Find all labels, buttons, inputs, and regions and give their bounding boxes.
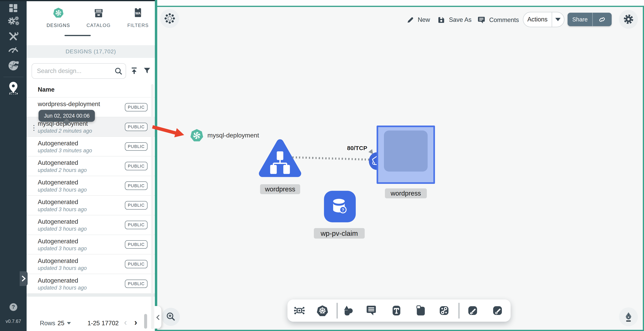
design-updated: updated 3 hours ago bbox=[38, 246, 87, 252]
design-name: Autogenerated bbox=[38, 140, 78, 147]
configuration-tools-icon[interactable] bbox=[0, 31, 26, 42]
search-icon[interactable] bbox=[114, 66, 123, 77]
layout-burst-button[interactable] bbox=[160, 9, 179, 28]
rows-per-page-caret-icon[interactable] bbox=[67, 322, 71, 325]
share-split-button[interactable]: Share bbox=[568, 13, 612, 26]
rows-per-page-select[interactable]: 25 bbox=[58, 320, 64, 327]
share-link-icon[interactable] bbox=[593, 15, 612, 23]
expand-drawer-button[interactable] bbox=[20, 271, 28, 286]
design-row[interactable]: Autogenerated updated 3 hours ago PUBLIC bbox=[26, 255, 155, 274]
kanvas-pin-icon[interactable] bbox=[0, 80, 26, 94]
freehand-pen-tool-icon[interactable] bbox=[491, 305, 504, 317]
row-menu-kebab-icon[interactable]: ⋮ bbox=[30, 124, 37, 131]
design-row[interactable]: Autogenerated updated 3 hours ago PUBLIC bbox=[26, 176, 155, 196]
visibility-badge: PUBLIC bbox=[125, 280, 147, 288]
list-scrollbar-track[interactable] bbox=[151, 84, 154, 329]
settings-gear-button[interactable] bbox=[619, 10, 638, 29]
filter-funnel-icon[interactable] bbox=[143, 66, 151, 76]
extensions-icon[interactable] bbox=[0, 60, 26, 71]
meshery-spiral-icon bbox=[40, 6, 77, 19]
note-tool-icon[interactable] bbox=[414, 305, 427, 317]
link-tool-icon[interactable] bbox=[438, 305, 450, 317]
visibility-badge: PUBLIC bbox=[125, 123, 147, 131]
help-button[interactable]: ? bbox=[10, 303, 17, 311]
canvas-border-bottom bbox=[157, 330, 643, 331]
comments-button[interactable]: Comments bbox=[477, 16, 519, 25]
new-button[interactable]: New bbox=[406, 16, 430, 24]
visibility-badge: PUBLIC bbox=[125, 240, 147, 249]
dashboard-icon[interactable] bbox=[0, 3, 26, 13]
drawer-title: DESIGNS (17,702) bbox=[26, 45, 155, 58]
design-row[interactable]: Autogenerated updated 3 minutes ago PUBL… bbox=[26, 137, 155, 156]
component-tool-icon[interactable] bbox=[293, 305, 306, 317]
kanvas-app: ? v0.7.67 DESIGNS CATALOG bbox=[0, 0, 644, 331]
comment-tool-icon[interactable] bbox=[365, 305, 378, 317]
tab-designs[interactable]: DESIGNS bbox=[40, 6, 77, 28]
app-version: v0.7.67 bbox=[0, 319, 26, 324]
performance-speedometer-icon[interactable] bbox=[0, 44, 26, 53]
design-updated: updated 3 hours ago bbox=[38, 285, 87, 291]
column-header-name: Name bbox=[38, 86, 54, 93]
deployment-label-chip: wordpress bbox=[385, 188, 427, 198]
canvas-border-left bbox=[155, 0, 157, 331]
wordpress-service-node[interactable] bbox=[259, 138, 301, 181]
visibility-badge: PUBLIC bbox=[125, 142, 147, 151]
design-name: Autogenerated bbox=[38, 159, 78, 166]
design-list: wordpress-deployment PUBLIC mysql-deploy… bbox=[26, 97, 155, 294]
search-input[interactable] bbox=[36, 64, 110, 78]
visibility-badge: PUBLIC bbox=[125, 103, 147, 111]
actions-caret-icon[interactable] bbox=[552, 18, 564, 21]
design-updated: updated 3 hours ago bbox=[38, 226, 87, 232]
design-updated: updated 3 minutes ago bbox=[38, 148, 92, 154]
catalog-archive-icon bbox=[80, 6, 117, 19]
tab-filters[interactable]: WA FILTERS bbox=[120, 6, 156, 28]
mysql-deployment-node[interactable]: mysql-deployment bbox=[190, 128, 259, 143]
visibility-badge: PUBLIC bbox=[125, 260, 147, 268]
toolbar-divider bbox=[459, 303, 459, 319]
drawer-scrollbar-thumb[interactable] bbox=[144, 314, 147, 329]
kubernetes-tool-icon[interactable] bbox=[316, 305, 328, 317]
actions-label[interactable]: Actions bbox=[523, 16, 552, 23]
pagination-range: 1-25 17702 bbox=[88, 320, 119, 327]
design-row[interactable]: Autogenerated updated 3 hours ago PUBLIC bbox=[26, 215, 155, 235]
canvas-border-right bbox=[643, 6, 644, 331]
wp-pv-claim-node[interactable]: ? bbox=[324, 191, 356, 222]
publish-upload-icon[interactable] bbox=[130, 66, 138, 76]
pen-nib-button[interactable] bbox=[619, 308, 638, 326]
save-as-button[interactable]: Save As bbox=[437, 16, 472, 24]
prev-page-button[interactable]: ‹ bbox=[124, 318, 127, 327]
design-name: wordpress-deployment bbox=[38, 101, 100, 108]
canvas-top-margin bbox=[155, 0, 644, 6]
meshery-spiral-icon bbox=[190, 128, 204, 143]
nav-sidebar: ? v0.7.67 bbox=[0, 0, 26, 331]
lifecycle-gears-icon[interactable] bbox=[0, 16, 26, 27]
next-page-button[interactable]: › bbox=[134, 318, 137, 327]
actions-split-button[interactable]: Actions bbox=[523, 12, 564, 27]
edge-pen-tool-icon[interactable] bbox=[466, 305, 479, 317]
tab-catalog[interactable]: CATALOG bbox=[80, 6, 117, 28]
design-name: Autogenerated bbox=[38, 277, 78, 284]
design-row[interactable]: Autogenerated updated 3 hours ago PUBLIC bbox=[26, 274, 155, 294]
wordpress-deployment-node[interactable] bbox=[376, 126, 435, 184]
design-search bbox=[32, 63, 126, 79]
svg-text:?: ? bbox=[342, 207, 344, 212]
design-row[interactable]: Autogenerated updated 3 hours ago PUBLIC bbox=[26, 235, 155, 255]
rows-label: Rows bbox=[40, 320, 56, 327]
design-row[interactable]: Autogenerated updated 2 hours ago PUBLIC bbox=[26, 156, 155, 176]
text-tool-icon[interactable] bbox=[390, 305, 402, 317]
toolbar-divider bbox=[337, 303, 337, 319]
share-label[interactable]: Share bbox=[568, 16, 592, 23]
annotation-label: mysql-deployment bbox=[208, 132, 259, 139]
design-row[interactable]: Autogenerated updated 3 hours ago PUBLIC bbox=[26, 196, 155, 215]
design-updated: updated 2 minutes ago bbox=[38, 128, 92, 134]
collapse-drawer-button[interactable] bbox=[154, 306, 162, 329]
shapes-tool-icon[interactable] bbox=[342, 305, 354, 317]
canvas-border-top bbox=[157, 6, 644, 7]
zoom-in-button[interactable] bbox=[162, 308, 180, 326]
design-updated: updated 3 hours ago bbox=[38, 187, 87, 193]
visibility-badge: PUBLIC bbox=[125, 221, 147, 229]
active-tab-indicator bbox=[64, 35, 91, 36]
svg-text:WA: WA bbox=[136, 11, 141, 15]
design-updated: updated 3 hours ago bbox=[38, 265, 87, 271]
pvc-label-chip: wp-pv-claim bbox=[314, 228, 365, 238]
